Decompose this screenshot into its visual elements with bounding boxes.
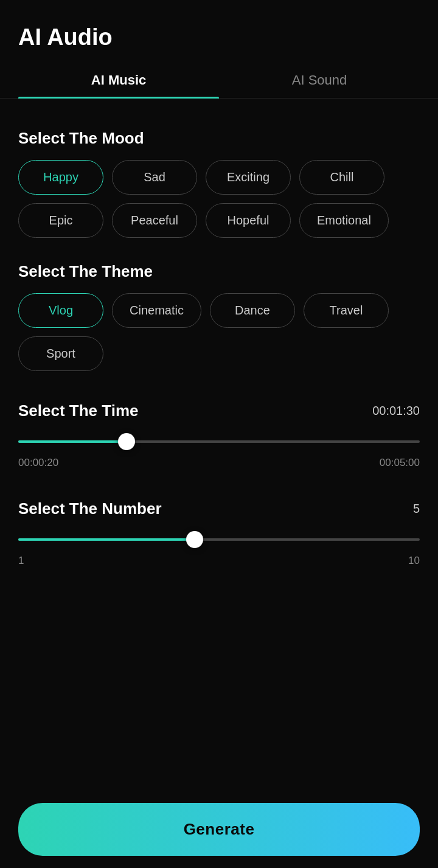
time-slider-section: Select The Time 00:01:30 00:00:20 00:05:… <box>0 389 438 481</box>
theme-chip-travel[interactable]: Travel <box>304 293 389 328</box>
generate-btn-container: Generate <box>0 791 438 868</box>
theme-chip-dance[interactable]: Dance <box>210 293 295 328</box>
mood-chips-grid: Happy Sad Exciting Chill Epic Peaceful H… <box>18 160 420 238</box>
time-slider-range: 00:00:20 00:05:00 <box>18 457 420 469</box>
number-slider-max: 10 <box>408 555 420 567</box>
tab-ai-music[interactable]: AI Music <box>18 63 219 98</box>
number-slider-fill <box>18 538 195 541</box>
header: AI Audio <box>0 0 438 63</box>
time-slider-max: 00:05:00 <box>380 457 420 469</box>
page-container: AI Audio AI Music AI Sound Select The Mo… <box>0 0 438 868</box>
mood-chip-epic[interactable]: Epic <box>18 203 103 238</box>
mood-chip-exciting[interactable]: Exciting <box>206 160 291 195</box>
number-slider-wrapper <box>18 530 420 549</box>
mood-chip-happy[interactable]: Happy <box>18 160 103 195</box>
theme-chip-sport[interactable]: Sport <box>18 336 103 371</box>
mood-chip-sad[interactable]: Sad <box>112 160 197 195</box>
tab-ai-sound[interactable]: AI Sound <box>219 63 420 98</box>
mood-section: Select The Mood Happy Sad Exciting Chill… <box>0 117 438 250</box>
mood-chip-peaceful[interactable]: Peaceful <box>112 203 197 238</box>
mood-chip-emotional[interactable]: Emotional <box>299 203 389 238</box>
number-slider-label: Select The Number <box>18 499 162 518</box>
mood-chip-hopeful[interactable]: Hopeful <box>206 203 291 238</box>
theme-section: Select The Theme Vlog Cinematic Dance Tr… <box>0 250 438 383</box>
number-slider-value: 5 <box>413 502 420 516</box>
page-title: AI Audio <box>18 24 420 50</box>
number-slider-range: 1 10 <box>18 555 420 567</box>
number-slider-section: Select The Number 5 1 10 <box>0 487 438 579</box>
time-slider-wrapper <box>18 432 420 451</box>
number-slider-thumb[interactable] <box>186 531 203 548</box>
time-slider-fill <box>18 440 127 443</box>
number-slider-track <box>18 538 420 541</box>
theme-chip-cinematic[interactable]: Cinematic <box>112 293 201 328</box>
time-slider-track <box>18 440 420 443</box>
generate-button[interactable]: Generate <box>18 803 420 856</box>
theme-section-title: Select The Theme <box>18 262 420 281</box>
number-slider-header: Select The Number 5 <box>18 499 420 518</box>
time-slider-min: 00:00:20 <box>18 457 58 469</box>
theme-chip-vlog[interactable]: Vlog <box>18 293 103 328</box>
time-slider-value: 00:01:30 <box>372 404 420 418</box>
theme-chips-grid: Vlog Cinematic Dance Travel Sport <box>18 293 420 371</box>
mood-section-title: Select The Mood <box>18 129 420 148</box>
mood-chip-chill[interactable]: Chill <box>299 160 384 195</box>
time-slider-thumb[interactable] <box>118 433 135 450</box>
tabs-container: AI Music AI Sound <box>0 63 438 99</box>
number-slider-min: 1 <box>18 555 24 567</box>
time-slider-label: Select The Time <box>18 401 139 420</box>
time-slider-header: Select The Time 00:01:30 <box>18 401 420 420</box>
